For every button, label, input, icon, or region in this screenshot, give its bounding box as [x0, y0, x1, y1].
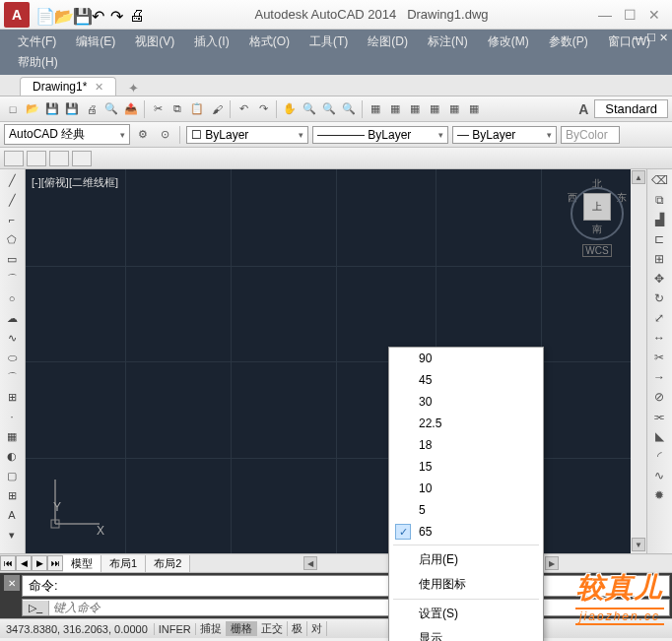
tab-close-icon[interactable]: ✕ — [95, 81, 103, 94]
doc-tab[interactable]: Drawing1* ✕ — [20, 77, 116, 96]
linetype-dropdown[interactable]: ———— ByLayer▾ — [312, 126, 448, 144]
scale-icon[interactable]: ⤢ — [649, 309, 669, 327]
ellipse-icon[interactable]: ⬭ — [2, 349, 22, 366]
spline-icon[interactable]: ∿ — [2, 329, 22, 347]
mirror-icon[interactable]: ▟ — [649, 211, 669, 228]
undo-icon[interactable]: ↶ — [235, 100, 252, 118]
layout1-tab[interactable]: 布局1 — [101, 555, 146, 572]
menu-settings[interactable]: 设置(S) — [389, 602, 543, 626]
angle-10[interactable]: 10 — [389, 478, 543, 499]
grid-toggle[interactable]: 栅格 — [227, 621, 257, 636]
chamfer-icon[interactable]: ◣ — [649, 427, 669, 445]
drawing-canvas[interactable]: [-][俯视][二维线框] 北 西上东 南 WCS YX ▲ ▼ — [26, 169, 646, 553]
menu-edit[interactable]: 编辑(E) — [66, 32, 125, 52]
scroll-left-icon[interactable]: ◀ — [303, 556, 317, 570]
new-icon[interactable]: □ — [4, 100, 22, 118]
layout-last-icon[interactable]: ⏭ — [47, 555, 63, 571]
workspace-dropdown[interactable]: AutoCAD 经典▾ — [4, 124, 130, 145]
menu-enable[interactable]: 启用(E) — [389, 547, 543, 572]
vp-single-icon[interactable] — [4, 151, 24, 166]
polygon-icon[interactable]: ⬠ — [2, 230, 22, 248]
ortho-toggle[interactable]: 正交 — [257, 621, 288, 636]
block-icon[interactable]: ⊞ — [2, 388, 22, 406]
sheet-icon[interactable]: ▦ — [426, 100, 443, 118]
menu-param[interactable]: 参数(P) — [539, 32, 598, 52]
plotstyle-dropdown[interactable]: ByColor — [561, 126, 620, 144]
menu-help[interactable]: 帮助(H) — [8, 52, 68, 73]
addsel-icon[interactable]: ▾ — [2, 526, 22, 544]
infer-toggle[interactable]: INFER — [155, 623, 196, 635]
close-icon[interactable]: ✕ — [648, 7, 660, 23]
angle-30[interactable]: 30 — [389, 391, 543, 413]
copy-obj-icon[interactable]: ⧉ — [649, 191, 669, 209]
cmd-close-icon[interactable]: ✕ — [4, 575, 20, 591]
vp-join-icon[interactable] — [49, 151, 69, 166]
extend-icon[interactable]: → — [649, 368, 669, 386]
qat-print-icon[interactable]: 🖨 — [129, 7, 145, 23]
join-icon[interactable]: ⫘ — [649, 408, 669, 425]
zoom-rt-icon[interactable]: 🔍 — [301, 100, 318, 118]
menu-view[interactable]: 视图(V) — [125, 32, 184, 52]
erase-icon[interactable]: ⌫ — [649, 171, 669, 189]
props-icon[interactable]: ▦ — [367, 100, 384, 118]
cut-icon[interactable]: ✂ — [149, 100, 167, 118]
tpal-icon[interactable]: ▦ — [406, 100, 424, 118]
menu-format[interactable]: 格式(O) — [239, 32, 300, 52]
region-icon[interactable]: ▢ — [2, 467, 22, 484]
maximize-icon[interactable]: ☐ — [624, 7, 637, 23]
rotate-icon[interactable]: ↻ — [649, 289, 669, 307]
lineweight-dropdown[interactable]: — ByLayer▾ — [452, 126, 557, 144]
model-tab[interactable]: 模型 — [63, 555, 101, 572]
trim-icon[interactable]: ✂ — [649, 349, 669, 366]
layout2-tab[interactable]: 布局2 — [146, 555, 190, 572]
view-cube[interactable]: 北 西上东 南 WCS — [568, 177, 627, 257]
angle-15[interactable]: 15 — [389, 456, 543, 478]
break-icon[interactable]: ⊘ — [649, 388, 669, 406]
menu-use-icons[interactable]: 使用图标 — [389, 572, 543, 597]
menu-modify[interactable]: 修改(M) — [478, 32, 539, 52]
scroll-down-icon[interactable]: ▼ — [632, 538, 645, 551]
menu-draw[interactable]: 绘图(D) — [358, 32, 418, 52]
xline-icon[interactable]: ╱ — [2, 191, 22, 209]
layout-first-icon[interactable]: ⏮ — [0, 555, 16, 571]
ws-gear-icon[interactable]: ⊙ — [156, 126, 173, 144]
zoom-win-icon[interactable]: 🔍 — [320, 100, 338, 118]
array-icon[interactable]: ⊞ — [649, 250, 669, 268]
saveas-icon[interactable]: 💾 — [63, 100, 81, 118]
scroll-up-icon[interactable]: ▲ — [632, 170, 645, 184]
preview-icon[interactable]: 🔍 — [102, 100, 120, 118]
layout-next-icon[interactable]: ▶ — [32, 555, 47, 571]
move-icon[interactable]: ✥ — [649, 270, 669, 288]
pan-icon[interactable]: ✋ — [281, 100, 299, 118]
doc-window-controls[interactable]: — ☐ ✕ — [633, 32, 668, 44]
arc-icon[interactable]: ⌒ — [2, 270, 22, 288]
save-icon[interactable]: 💾 — [43, 100, 61, 118]
qat-undo-icon[interactable]: ↶ — [92, 7, 107, 23]
offset-icon[interactable]: ⊏ — [649, 230, 669, 248]
markup-icon[interactable]: ▦ — [445, 100, 463, 118]
rect-icon[interactable]: ▭ — [2, 250, 22, 268]
angle-90[interactable]: 90 — [389, 348, 543, 369]
revcloud-icon[interactable]: ☁ — [2, 309, 22, 327]
angle-45[interactable]: 45 — [389, 369, 543, 391]
coordinates[interactable]: 3473.8380, 316.2063, 0.0000 — [0, 623, 155, 635]
osnap-toggle[interactable]: 对 — [307, 621, 327, 636]
mtext-icon[interactable]: A — [2, 506, 22, 524]
ellipsearc-icon[interactable]: ⌒ — [2, 368, 22, 386]
table-icon[interactable]: ⊞ — [2, 486, 22, 504]
scroll-right-icon[interactable]: ▶ — [545, 556, 559, 570]
angle-18[interactable]: 18 — [389, 434, 543, 456]
minimize-icon[interactable]: — — [598, 7, 612, 23]
vp-named-icon[interactable] — [27, 151, 46, 166]
snap-toggle[interactable]: 捕捉 — [196, 621, 227, 636]
qat-redo-icon[interactable]: ↷ — [110, 7, 126, 23]
qat-new-icon[interactable]: 📄 — [35, 7, 51, 23]
open-icon[interactable]: 📂 — [24, 100, 41, 118]
qat-save-icon[interactable]: 💾 — [73, 7, 89, 23]
point-icon[interactable]: · — [2, 408, 22, 425]
menu-insert[interactable]: 插入(I) — [184, 32, 238, 52]
style-dropdown[interactable]: Standard — [594, 99, 668, 118]
line-icon[interactable]: ╱ — [2, 171, 22, 189]
menu-dimension[interactable]: 标注(N) — [418, 32, 478, 52]
angle-5[interactable]: 5 — [389, 499, 543, 521]
